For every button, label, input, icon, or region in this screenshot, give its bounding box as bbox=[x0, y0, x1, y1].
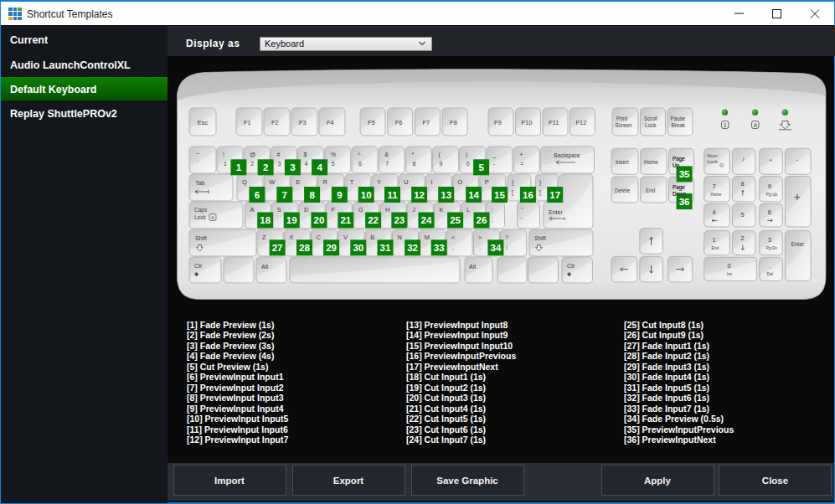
svg-text:7: 7 bbox=[282, 190, 287, 200]
svg-text:F1: F1 bbox=[244, 119, 251, 126]
svg-text:.: . bbox=[479, 244, 481, 250]
svg-text:Q: Q bbox=[242, 178, 247, 186]
svg-text:Alt: Alt bbox=[469, 264, 476, 270]
svg-text:1: 1 bbox=[224, 161, 227, 167]
svg-text:9: 9 bbox=[337, 190, 342, 200]
svg-text:Lock: Lock bbox=[645, 122, 657, 128]
svg-text:F9: F9 bbox=[494, 119, 502, 126]
svg-text:22: 22 bbox=[368, 215, 379, 225]
svg-text:Delete: Delete bbox=[615, 188, 631, 193]
svg-text:5: 5 bbox=[740, 211, 744, 219]
svg-text:M: M bbox=[425, 234, 430, 241]
svg-text:6: 6 bbox=[255, 190, 260, 200]
svg-text:A: A bbox=[250, 206, 255, 213]
svg-text:F: F bbox=[331, 206, 335, 213]
svg-text:0: 0 bbox=[466, 161, 470, 167]
svg-text:): ) bbox=[466, 152, 467, 158]
svg-text:!: ! bbox=[223, 152, 224, 157]
svg-text:Esc: Esc bbox=[198, 119, 209, 126]
svg-text:~: ~ bbox=[196, 151, 199, 157]
svg-text:O: O bbox=[458, 178, 463, 186]
svg-text:F2: F2 bbox=[271, 119, 279, 126]
svg-text:Ctr: Ctr bbox=[567, 263, 575, 269]
svg-text:Del: Del bbox=[767, 272, 773, 276]
svg-text:14: 14 bbox=[468, 190, 479, 200]
svg-text:@: @ bbox=[250, 152, 255, 157]
svg-text::: : bbox=[491, 207, 492, 213]
svg-text:2: 2 bbox=[740, 234, 744, 242]
svg-text:F8: F8 bbox=[450, 119, 457, 126]
svg-text:Y: Y bbox=[377, 178, 381, 186]
svg-text:2: 2 bbox=[263, 162, 268, 172]
svg-text:11: 11 bbox=[387, 190, 398, 200]
svg-text:R: R bbox=[323, 178, 328, 186]
svg-text:4: 4 bbox=[305, 161, 308, 167]
svg-text:26: 26 bbox=[477, 215, 487, 225]
svg-text:Home: Home bbox=[711, 193, 722, 197]
svg-text:1: 1 bbox=[236, 162, 242, 172]
svg-text:Pause: Pause bbox=[671, 116, 686, 121]
svg-text:9: 9 bbox=[768, 183, 771, 190]
svg-text:>: > bbox=[478, 234, 482, 240]
svg-text:36: 36 bbox=[679, 197, 690, 207]
svg-text:_: _ bbox=[492, 152, 496, 158]
svg-text:4: 4 bbox=[713, 208, 716, 216]
svg-text:17: 17 bbox=[549, 190, 560, 200]
svg-text:J: J bbox=[412, 206, 415, 213]
svg-text:6: 6 bbox=[768, 208, 771, 216]
svg-text:8: 8 bbox=[412, 161, 415, 167]
svg-text:End: End bbox=[712, 246, 719, 250]
svg-text:=: = bbox=[520, 161, 523, 167]
svg-text:`: ` bbox=[197, 160, 198, 166]
svg-text:B: B bbox=[370, 234, 374, 241]
svg-text:End: End bbox=[646, 188, 656, 193]
svg-text:I: I bbox=[430, 178, 432, 186]
svg-text:F11: F11 bbox=[549, 119, 559, 126]
svg-text:0: 0 bbox=[728, 262, 731, 270]
svg-text:18: 18 bbox=[260, 215, 271, 225]
svg-text:]: ] bbox=[539, 189, 541, 196]
svg-text:,: , bbox=[452, 244, 454, 250]
svg-text:Enter: Enter bbox=[791, 241, 804, 247]
svg-text:Lock: Lock bbox=[708, 159, 718, 164]
svg-text:35: 35 bbox=[679, 169, 690, 179]
svg-text:Break: Break bbox=[672, 122, 686, 128]
svg-text:L: L bbox=[466, 206, 470, 213]
svg-text:30: 30 bbox=[353, 243, 363, 253]
svg-text:V: V bbox=[343, 234, 348, 241]
svg-text:4: 4 bbox=[317, 162, 322, 172]
svg-text:Pg Up: Pg Up bbox=[766, 193, 778, 197]
svg-text:A: A bbox=[211, 215, 214, 220]
svg-text:21: 21 bbox=[340, 215, 351, 225]
svg-text:#: # bbox=[276, 152, 280, 157]
svg-text:&: & bbox=[384, 152, 389, 157]
svg-text:F10: F10 bbox=[522, 119, 533, 126]
svg-text:20: 20 bbox=[314, 215, 325, 225]
svg-text:*: * bbox=[770, 158, 772, 164]
svg-text:19: 19 bbox=[286, 215, 297, 225]
svg-text:Ins: Ins bbox=[727, 272, 733, 276]
svg-text:Backspace: Backspace bbox=[554, 152, 580, 159]
svg-text:F3: F3 bbox=[299, 119, 307, 126]
svg-text:F6: F6 bbox=[395, 119, 403, 126]
svg-text:31: 31 bbox=[380, 243, 391, 253]
svg-text:3: 3 bbox=[290, 162, 295, 172]
svg-text:Enter: Enter bbox=[549, 209, 563, 215]
svg-text:U: U bbox=[404, 178, 408, 186]
svg-text:;: ; bbox=[491, 217, 492, 223]
svg-text:5: 5 bbox=[332, 161, 335, 167]
svg-text:25: 25 bbox=[450, 215, 461, 225]
svg-text:F7: F7 bbox=[422, 119, 430, 126]
svg-text:3: 3 bbox=[277, 161, 281, 167]
svg-text:7: 7 bbox=[385, 161, 389, 167]
svg-text:+: + bbox=[519, 152, 523, 157]
svg-text:2: 2 bbox=[250, 161, 254, 167]
svg-text:?: ? bbox=[505, 234, 508, 240]
svg-text:S: S bbox=[277, 206, 281, 213]
svg-text:/: / bbox=[506, 244, 508, 250]
svg-text:E: E bbox=[296, 178, 300, 186]
svg-text:Page: Page bbox=[673, 184, 685, 191]
svg-text:15: 15 bbox=[494, 190, 505, 200]
svg-text:5: 5 bbox=[478, 162, 484, 172]
svg-text:7: 7 bbox=[713, 183, 716, 190]
